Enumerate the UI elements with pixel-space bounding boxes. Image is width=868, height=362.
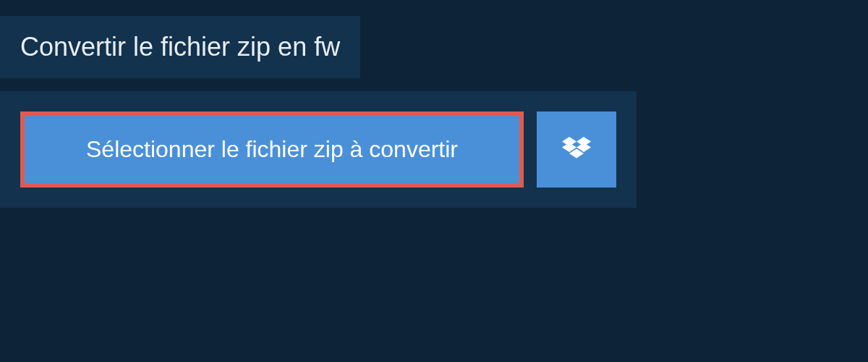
dropbox-button[interactable] xyxy=(537,111,616,188)
page-title: Convertir le fichier zip en fw xyxy=(20,32,340,62)
dropbox-icon xyxy=(562,137,591,163)
title-bar: Convertir le fichier zip en fw xyxy=(0,16,360,78)
select-file-label: Sélectionner le fichier zip à convertir xyxy=(86,136,458,163)
converter-panel: Sélectionner le fichier zip à convertir xyxy=(0,91,637,208)
select-file-button[interactable]: Sélectionner le fichier zip à convertir xyxy=(20,111,524,188)
